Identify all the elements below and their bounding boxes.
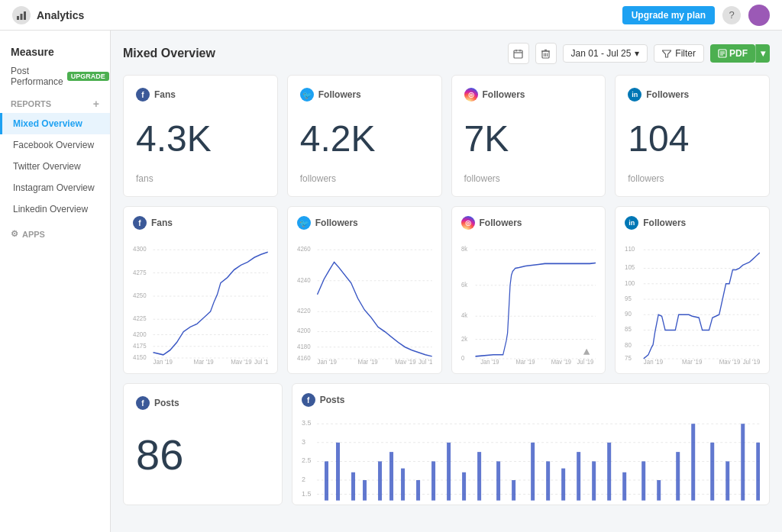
fb-fans-label: fans	[136, 173, 265, 184]
svg-text:Jul '19: Jul '19	[577, 357, 593, 364]
svg-text:Jul '19: Jul '19	[743, 357, 760, 364]
sidebar-item-facebook-overview[interactable]: Facebook Overview	[0, 134, 110, 156]
svg-text:80: 80	[625, 340, 632, 349]
svg-text:0: 0	[461, 353, 465, 362]
svg-text:4200: 4200	[133, 330, 147, 338]
filter-label: Filter	[675, 48, 696, 59]
sidebar-post-performance[interactable]: Post Performance UPGRADE	[0, 61, 110, 92]
li-followers-chart-card: in Followers 110 105 100 95 90 85 80 75	[615, 206, 770, 374]
fb-fans-value: 4.3K	[136, 121, 265, 157]
svg-text:Jan '19: Jan '19	[153, 357, 173, 364]
fb-chart-icon: f	[133, 216, 147, 230]
svg-text:6k: 6k	[461, 280, 468, 289]
fb-posts-chart-header: f Posts	[302, 393, 760, 407]
sidebar-item-instagram-overview[interactable]: Instagram Overview	[0, 177, 110, 198]
pdf-dropdown-button[interactable]: ▾	[755, 44, 770, 63]
svg-text:4175: 4175	[133, 341, 147, 350]
svg-rect-117	[622, 472, 626, 501]
header-actions: Jan 01 - Jul 25 ▾ Filter PDF ▾	[508, 43, 770, 64]
pdf-button[interactable]: PDF	[710, 44, 755, 63]
delete-icon[interactable]	[535, 43, 557, 64]
svg-text:95: 95	[625, 294, 632, 302]
date-range-selector[interactable]: Jan 01 - Jul 25 ▾	[563, 44, 648, 63]
svg-rect-124	[741, 424, 745, 500]
svg-text:4160: 4160	[297, 353, 311, 362]
svg-text:75: 75	[625, 353, 632, 362]
reports-section: REPORTS +	[0, 92, 110, 113]
fb-fans-header: f Fans	[136, 88, 265, 102]
fb-fans-chart-header: f Fans	[133, 216, 268, 230]
add-report-icon[interactable]: +	[93, 98, 99, 110]
navbar: Analytics Upgrade my plan ?	[0, 0, 782, 31]
navbar-right: Upgrade my plan ?	[622, 5, 770, 26]
svg-rect-120	[676, 452, 680, 501]
svg-text:May '19: May '19	[231, 357, 252, 364]
svg-rect-116	[607, 443, 611, 501]
svg-text:Jan '19: Jan '19	[644, 357, 664, 364]
svg-text:3: 3	[302, 438, 305, 446]
fb-fans-chart-card: f Fans 4300 4275 4250 4225 4200 4175 415…	[123, 206, 278, 374]
svg-rect-101	[378, 461, 382, 500]
linkedin-icon: in	[628, 88, 641, 102]
svg-rect-110	[512, 480, 515, 501]
svg-rect-108	[477, 452, 481, 501]
date-range-label: Jan 01 - Jul 25	[571, 48, 632, 59]
tw-followers-chart-header: 🐦 Followers	[297, 216, 432, 230]
svg-text:May '19: May '19	[395, 357, 416, 364]
ig-chart-icon: ◎	[461, 216, 475, 230]
bottom-row: f Posts 86 f Posts 3.5 3 2.5 2 1.	[123, 383, 770, 505]
fb-fans-card: f Fans 4.3K fans	[123, 75, 278, 197]
chart-cards-grid: f Fans 4300 4275 4250 4225 4200 4175 415…	[123, 206, 770, 374]
ig-followers-chart-header: ◎ Followers	[461, 216, 596, 230]
navbar-left: Analytics	[12, 6, 84, 24]
svg-text:2.5: 2.5	[302, 456, 312, 464]
upgrade-button[interactable]: Upgrade my plan	[622, 6, 715, 24]
fb-fans-metric: Fans	[154, 89, 176, 100]
date-chevron-icon: ▾	[635, 48, 639, 59]
sidebar: Measure Post Performance UPGRADE REPORTS…	[0, 31, 111, 532]
fb-posts-value: 86	[136, 434, 270, 476]
main-layout: Measure Post Performance UPGRADE REPORTS…	[0, 31, 782, 532]
user-avatar[interactable]	[748, 5, 770, 26]
tw-followers-metric: Followers	[318, 89, 361, 100]
ig-followers-metric: Followers	[483, 89, 525, 100]
svg-text:4250: 4250	[133, 291, 147, 299]
svg-marker-13	[662, 50, 671, 57]
fb-posts-icon: f	[136, 396, 150, 410]
svg-text:8k: 8k	[461, 244, 468, 253]
ig-followers-header: ◎ Followers	[464, 88, 593, 102]
calendar-icon[interactable]	[508, 43, 529, 64]
fb-posts-chart-icon: f	[302, 393, 315, 407]
svg-rect-122	[710, 443, 714, 501]
ig-followers-chart-area: 8k 6k 4k 2k 0 Jan '19	[461, 240, 596, 364]
svg-text:3.5: 3.5	[302, 419, 312, 427]
svg-text:4k: 4k	[461, 311, 468, 320]
tw-followers-value: 4.2K	[300, 121, 429, 157]
svg-text:4150: 4150	[133, 353, 147, 361]
fb-posts-metric: Posts	[154, 398, 179, 408]
help-icon[interactable]: ?	[722, 6, 741, 24]
svg-text:2: 2	[302, 476, 305, 483]
fb-posts-chart-area: 3.5 3 2.5 2 1.5	[302, 418, 760, 511]
sidebar-item-twitter-overview[interactable]: Twitter Overview	[0, 156, 110, 177]
li-followers-label: followers	[628, 173, 757, 184]
svg-rect-100	[363, 480, 367, 501]
app-title: Analytics	[37, 9, 84, 21]
svg-rect-118	[641, 461, 645, 500]
ig-followers-chart-metric: Followers	[480, 218, 522, 228]
svg-rect-119	[657, 480, 661, 501]
sidebar-item-mixed-overview[interactable]: Mixed Overview	[0, 113, 110, 134]
svg-text:Jul '19: Jul '19	[254, 357, 268, 364]
fb-fans-chart-area: 4300 4275 4250 4225 4200 4175 4150	[133, 240, 268, 364]
svg-text:85: 85	[625, 325, 632, 334]
li-followers-chart-metric: Followers	[643, 218, 686, 228]
svg-text:1.5: 1.5	[302, 489, 312, 497]
filter-button[interactable]: Filter	[654, 44, 704, 63]
li-followers-card: in Followers 104 followers	[615, 75, 770, 197]
svg-rect-3	[514, 50, 522, 58]
sidebar-item-linkedin-overview[interactable]: Linkedin Overview	[0, 198, 110, 220]
svg-rect-97	[325, 461, 328, 500]
tw-followers-chart-card: 🐦 Followers 4260 4240 4220 4200 4180 416…	[287, 206, 442, 374]
li-followers-chart-area: 110 105 100 95 90 85 80 75	[625, 240, 760, 364]
tw-followers-chart-metric: Followers	[315, 218, 358, 228]
